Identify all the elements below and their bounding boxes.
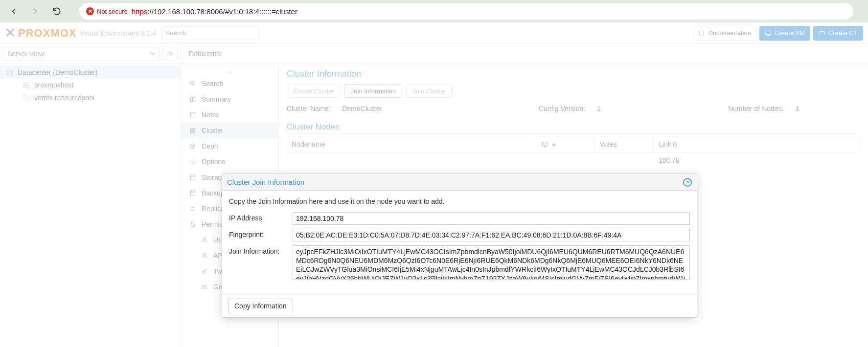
not-secure-label: Not secure [97, 8, 128, 15]
svg-point-19 [204, 253, 206, 256]
svg-point-7 [190, 81, 194, 85]
create-vm-button[interactable]: Create VM [759, 26, 810, 41]
modal-title: Cluster Join Information [227, 178, 683, 186]
browser-bar: ✕ Not secure https://192.168.100.78:8006… [0, 0, 868, 22]
col-votes[interactable]: Votes [595, 136, 654, 152]
sort-asc-icon [552, 143, 556, 146]
svg-point-18 [204, 238, 206, 240]
svg-point-22 [205, 285, 207, 287]
join-information-label: Join Information: [229, 245, 293, 255]
server-icon [6, 68, 14, 76]
sticky-icon [189, 111, 197, 119]
collapse-up-icon[interactable]: ︿ [181, 67, 278, 76]
svg-rect-3 [7, 72, 13, 73]
subnav-cluster[interactable]: Cluster [181, 123, 278, 138]
subnav-label: Search [202, 80, 223, 87]
tree-pool[interactable]: vemburesourcepool [0, 91, 181, 104]
refresh-button[interactable] [48, 2, 66, 20]
section-cluster-info: Cluster Information [287, 69, 860, 79]
svg-rect-9 [190, 129, 195, 130]
svg-rect-8 [190, 112, 195, 117]
subnav-label: Options [202, 158, 225, 166]
col-nodename[interactable]: Nodename [287, 136, 536, 152]
subnav-options[interactable]: Options [181, 154, 278, 170]
svg-rect-4 [7, 74, 13, 75]
ip-address-label: IP Address: [229, 212, 293, 222]
svg-point-14 [192, 161, 194, 163]
lock-icon [189, 220, 197, 228]
svg-rect-16 [191, 191, 194, 192]
svg-point-20 [202, 271, 205, 273]
cluster-node-row[interactable]: 100.78 [287, 152, 860, 168]
tree-settings-button[interactable] [163, 47, 178, 61]
url-text: https://192.168.100.78:8006/#v1:0:18:4::… [132, 7, 297, 16]
svg-rect-6 [24, 86, 29, 87]
svg-rect-17 [191, 224, 195, 226]
create-cluster-button[interactable]: Create Cluster [287, 84, 341, 98]
join-cluster-button[interactable]: Join Cluster [406, 84, 453, 98]
gear-icon [189, 158, 197, 166]
user-icon [201, 236, 208, 244]
cluster-name-value: DemoCluster [342, 105, 382, 112]
svg-point-21 [203, 285, 205, 287]
tag-icon [23, 94, 30, 102]
retweet-icon [189, 205, 197, 213]
subnav-notes[interactable]: Notes [181, 107, 278, 123]
subnav-label: Summary [202, 95, 231, 103]
server-view-select[interactable]: Server View [3, 47, 160, 61]
forward-button[interactable] [26, 2, 44, 20]
config-version-label: Config Version: [539, 105, 585, 112]
join-information-button[interactable]: Join Information [344, 84, 403, 98]
users-icon [201, 283, 208, 291]
fingerprint-input[interactable] [293, 229, 690, 241]
subnav-label: Notes [202, 111, 220, 119]
svg-point-12 [192, 145, 194, 147]
create-ct-button[interactable]: Create CT [813, 26, 863, 41]
cluster-join-information-modal: Cluster Join Information ✕ Copy the Join… [222, 174, 697, 318]
book-icon [189, 95, 197, 103]
cluster-name-label: Cluster Name: [287, 105, 330, 112]
gear-icon [167, 50, 174, 57]
chevron-down-icon [151, 51, 156, 56]
copy-information-button[interactable]: Copy Information [228, 299, 293, 313]
app-header: ✕PROXMOX Virtual Environment 8.1.4 Docum… [0, 22, 868, 44]
ceph-icon [189, 142, 197, 150]
svg-rect-10 [190, 130, 195, 131]
node-count-label: Number of Nodes: [728, 105, 784, 112]
svg-rect-11 [190, 132, 195, 133]
svg-rect-0 [766, 31, 771, 34]
error-icon: ✕ [86, 7, 94, 15]
back-button[interactable] [5, 2, 23, 20]
subnav-label: Ceph [202, 142, 218, 150]
svg-rect-5 [24, 83, 29, 85]
subnav-summary[interactable]: Summary [181, 91, 278, 107]
not-secure-badge[interactable]: ✕ Not secure [86, 7, 128, 15]
col-link0[interactable]: Link 0 [654, 136, 860, 152]
svg-rect-2 [7, 70, 13, 71]
section-cluster-nodes: Cluster Nodes [287, 122, 860, 132]
fingerprint-label: Fingerprint: [229, 229, 293, 239]
header-search-input[interactable] [161, 26, 259, 40]
server-icon [189, 127, 197, 134]
col-id[interactable]: ID [536, 136, 595, 152]
subnav-ceph[interactable]: Ceph [181, 138, 278, 154]
join-information-textarea[interactable]: eyJpcEFkZHJlc3MiOiIxOTIuMTY4LjEwMC43OCIs… [293, 245, 690, 280]
svg-rect-1 [820, 31, 824, 35]
subnav-search[interactable]: Search [181, 76, 278, 91]
breadcrumb: Datacenter [181, 44, 868, 64]
ip-address-input[interactable] [293, 212, 690, 225]
svg-point-13 [190, 144, 195, 148]
resource-tree-sidebar: Server View Datacenter (DemoCluster) pro… [0, 44, 181, 347]
proxmox-logo: ✕PROXMOX [5, 25, 76, 41]
key-icon [201, 267, 208, 275]
save-icon [189, 189, 197, 197]
subnav-label: Cluster [202, 127, 223, 134]
modal-description: Copy the Join Information here and use i… [229, 197, 690, 205]
modal-close-button[interactable]: ✕ [683, 178, 692, 187]
node-count-value: 1 [796, 105, 799, 112]
config-version-value: 1 [597, 105, 601, 112]
url-bar[interactable]: ✕ Not secure https://192.168.100.78:8006… [79, 3, 853, 20]
tree-node-proxmoxhost[interactable]: proxmoxhost [0, 79, 181, 91]
documentation-button[interactable]: Documentation [693, 26, 756, 41]
tree-datacenter[interactable]: Datacenter (DemoCluster) [0, 66, 181, 79]
